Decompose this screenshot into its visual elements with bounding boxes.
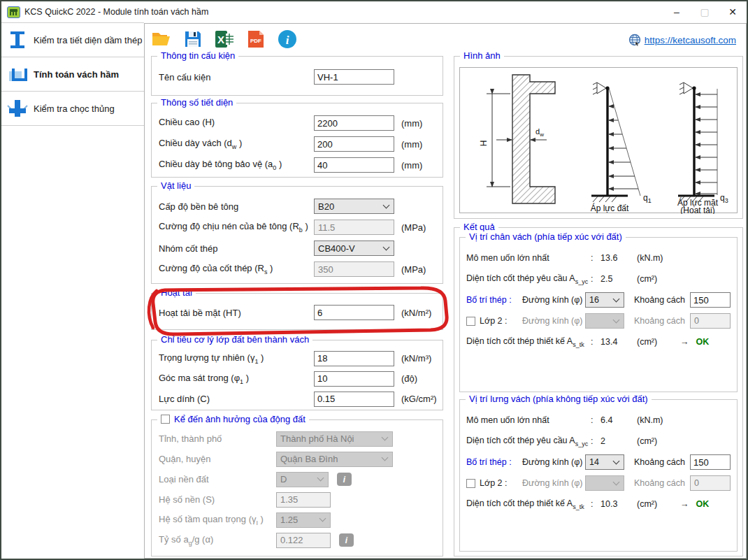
field-label: Tỷ số ag/g (α) xyxy=(159,534,276,547)
maximize-button[interactable]: ▢ xyxy=(691,1,719,22)
website-link[interactable]: https://ketcausoft.com xyxy=(645,35,736,45)
rebar-group-select[interactable]: CB400-V xyxy=(314,240,394,256)
diagram-box: H dw xyxy=(459,67,738,213)
soil-type-info-button[interactable]: i xyxy=(337,473,352,486)
unit-label: (kG/cm²) xyxy=(401,394,437,404)
group-wall-back: Vị trí lưng vách (phía không tiếp xúc vớ… xyxy=(459,399,738,552)
cover-thickness-input[interactable] xyxy=(314,157,394,173)
layer2-spacing-field: 0 xyxy=(690,475,731,491)
group-title: Hình ảnh xyxy=(460,50,504,61)
diameter-label: Đường kính (φ) xyxy=(522,478,585,488)
field-label: Lực dính (C) xyxy=(159,394,314,404)
group-title: Kết quả xyxy=(460,222,498,232)
info-glyph: i xyxy=(286,34,289,47)
close-button[interactable]: ✕ xyxy=(719,1,747,22)
diameter-select[interactable]: 14 xyxy=(585,454,624,470)
chevron-down-icon xyxy=(613,478,620,485)
spacing-input[interactable] xyxy=(690,292,731,308)
wall-icon xyxy=(1,64,34,84)
field-label: Loại nền đất xyxy=(159,474,276,484)
unit-label: (mm) xyxy=(401,160,422,171)
field-label: Hoạt tải bề mặt (HT) xyxy=(159,308,314,318)
group-title: Thông tin cấu kiện xyxy=(157,50,238,61)
svg-text:dw: dw xyxy=(535,127,544,138)
info-button[interactable]: i xyxy=(276,28,299,50)
app-icon xyxy=(7,6,20,18)
district-select: Quận Ba Đình xyxy=(276,452,393,467)
sidebar-item-label: Tính toán vách hầm xyxy=(34,69,119,80)
chevron-down-icon xyxy=(613,295,620,302)
component-name-input[interactable] xyxy=(314,69,394,85)
unit-label: (mm) xyxy=(401,118,422,129)
moment-value: 13.6 xyxy=(600,253,637,263)
title-bar: KCS QuickC 2022 - Module tính toán vách … xyxy=(1,1,747,22)
window-title: KCS QuickC 2022 - Module tính toán vách … xyxy=(24,7,208,17)
layer2-spacing-field: 0 xyxy=(690,313,731,329)
field-label: Chiều cao (H) xyxy=(159,117,314,129)
concrete-grade-select[interactable]: B20 xyxy=(314,199,394,214)
earthquake-checkbox[interactable] xyxy=(161,415,170,424)
required-area-value: 2 xyxy=(600,436,637,446)
ag-ratio-info-button[interactable]: i xyxy=(339,533,354,547)
field-label: Cường độ của cốt thép (Rs ) xyxy=(159,263,314,275)
svg-text:H: H xyxy=(479,141,489,147)
sidebar-item-basement-wall[interactable]: Tính toán vách hầm xyxy=(1,57,144,91)
layer2-checkbox[interactable] xyxy=(466,479,475,488)
cohesion-input[interactable] xyxy=(314,392,394,407)
group-earthquake: Kể đến ảnh hưởng của động đất Tỉnh, thàn… xyxy=(151,419,443,557)
unit-label: (mm) xyxy=(401,139,422,150)
field-label: Quận, huyện xyxy=(159,454,276,464)
group-component-info: Thông tin cấu kiện Tên cấu kiện xyxy=(151,56,443,96)
pdf-export-button[interactable]: PDF xyxy=(245,28,267,50)
group-image: Hình ảnh H xyxy=(454,56,743,219)
group-live-load: Hoạt tải Hoạt tải bề mặt (HT) (kN/m²) xyxy=(151,293,443,330)
soil-type-select: D xyxy=(276,472,329,487)
group-title: Hoạt tải xyxy=(157,287,196,298)
excel-export-button[interactable]: X xyxy=(213,28,236,50)
save-button[interactable] xyxy=(182,28,204,50)
unit-label: (MPa) xyxy=(401,222,426,233)
minimize-button[interactable]: – xyxy=(663,1,691,22)
open-file-button[interactable] xyxy=(150,28,173,50)
group-wall-base: Vị trí chân vách (phía tiếp xúc với đất)… xyxy=(459,237,738,392)
field-label: Trọng lượng tự nhiên (γ1 ) xyxy=(159,352,314,365)
diameter-label: Đường kính (φ) xyxy=(522,316,585,326)
ag-ratio-field: 0.122 xyxy=(276,533,331,548)
group-title: Thông số tiết diện xyxy=(157,97,236,108)
diameter-label: Đường kính (φ) xyxy=(522,457,585,467)
spacing-input[interactable] xyxy=(690,454,731,470)
sidebar-item-label: Kiểm tra tiết diện dầm thép xyxy=(34,35,142,45)
group-title: Vị trí chân vách (phía tiếp xúc với đất) xyxy=(466,231,626,242)
divider xyxy=(1,125,144,126)
friction-angle-input[interactable] xyxy=(314,371,394,387)
group-section-params: Thông số tiết diện Chiều cao (H) (mm) Ch… xyxy=(151,103,443,178)
result-label: Diện tích cốt thép thiết kế As_tk xyxy=(466,498,591,510)
sidebar-item-steel-beam-check[interactable]: Kiểm tra tiết diện dầm thép xyxy=(1,23,144,57)
layer2-checkbox[interactable] xyxy=(466,317,475,326)
sidebar-item-punching-check[interactable]: Kiểm tra chọc thủng xyxy=(1,92,144,125)
chevron-down-icon xyxy=(383,201,390,208)
group-results: Kết quả Vị trí chân vách (phía tiếp xúc … xyxy=(454,227,743,557)
surface-live-load-input[interactable] xyxy=(314,305,394,320)
result-label: Diện tích cốt thép thiết kế As_tk xyxy=(466,336,591,348)
field-label: Chiều dày bê tông bảo vệ (a0 ) xyxy=(159,159,314,171)
design-area-value: 13.4 xyxy=(600,337,637,347)
arrange-label: Bố trí thép : xyxy=(466,457,522,467)
wall-diagram: H dw xyxy=(460,68,738,214)
result-label: Diện tích cốt thép yêu cầu As_yc xyxy=(466,436,591,447)
wall-thickness-input[interactable] xyxy=(314,136,394,152)
importance-factor-select: 1.25 xyxy=(276,512,331,528)
chevron-down-icon xyxy=(613,316,620,323)
field-label: Hệ số tầm quan trọng (γI ) xyxy=(159,514,276,526)
field-label: Cường độ chịu nén của bê tông (Rb ) xyxy=(159,221,314,234)
result-label: Mô men uốn lớn nhất xyxy=(466,415,591,425)
diameter-select[interactable]: 16 xyxy=(585,292,624,308)
group-title-earthquake: Kể đến ảnh hưởng của động đất xyxy=(157,414,309,424)
svg-text:q3: q3 xyxy=(720,193,728,204)
layer2-diameter-select xyxy=(585,313,624,329)
result-label: Diện tích cốt thép yêu cầu As_yc xyxy=(466,273,591,285)
unit-weight-input[interactable] xyxy=(314,351,394,366)
height-input[interactable] xyxy=(314,115,394,131)
unit-label: (cm²) xyxy=(637,436,679,446)
unit-label: (độ) xyxy=(401,373,417,384)
